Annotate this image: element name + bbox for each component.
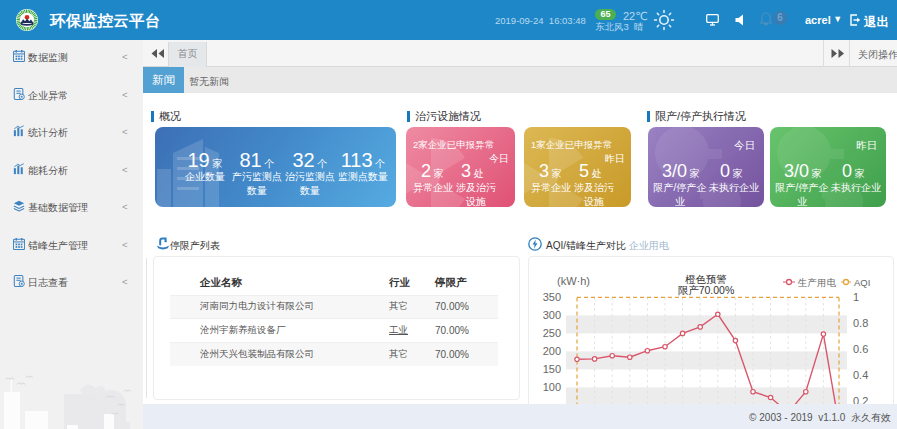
svg-text:250: 250	[543, 327, 561, 339]
svg-text:0.6: 0.6	[853, 343, 868, 355]
svg-text:生产用电: 生产用电	[797, 277, 837, 288]
svg-text:150: 150	[543, 363, 561, 375]
svg-text:200: 200	[543, 345, 561, 357]
svg-text:AQI: AQI	[854, 277, 870, 288]
svg-text:(kW·h): (kW·h)	[557, 275, 590, 287]
svg-text:350: 350	[543, 291, 561, 303]
svg-text:100: 100	[543, 381, 561, 393]
svg-text:1: 1	[853, 291, 859, 303]
svg-text:300: 300	[543, 309, 561, 321]
svg-text:0.4: 0.4	[853, 369, 868, 381]
svg-text:0.8: 0.8	[853, 317, 868, 329]
svg-text:限产70.00%: 限产70.00%	[678, 284, 735, 296]
